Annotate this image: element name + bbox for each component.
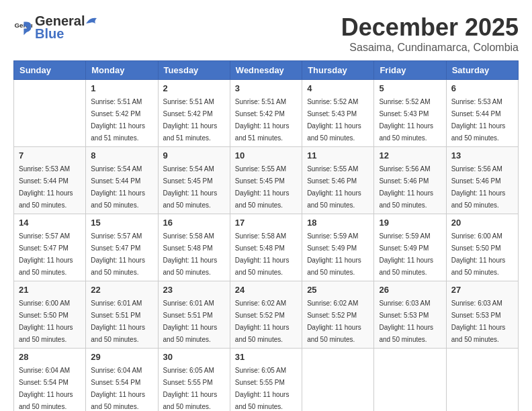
day-sunrise: Sunrise: 5:52 AM <box>379 98 430 105</box>
day-sunrise: Sunrise: 5:58 AM <box>163 232 214 240</box>
calendar-cell: 16 Sunrise: 5:58 AM Sunset: 5:48 PM Dayl… <box>158 214 230 281</box>
calendar-cell: 20 Sunrise: 6:00 AM Sunset: 5:50 PM Dayl… <box>446 214 518 281</box>
calendar-cell: 9 Sunrise: 5:54 AM Sunset: 5:45 PM Dayli… <box>158 147 230 214</box>
day-daylight: Daylight: 11 hours and 50 minutes. <box>379 122 433 142</box>
day-sunset: Sunset: 5:53 PM <box>379 312 429 319</box>
day-number: 18 <box>307 218 369 228</box>
calendar-cell: 1 Sunrise: 5:51 AM Sunset: 5:42 PM Dayli… <box>86 80 158 147</box>
day-daylight: Daylight: 11 hours and 50 minutes. <box>19 257 73 276</box>
day-number: 8 <box>91 150 152 161</box>
calendar-cell <box>374 349 446 412</box>
week-row-3: 14 Sunrise: 5:57 AM Sunset: 5:47 PM Dayl… <box>14 214 519 281</box>
day-daylight: Daylight: 11 hours and 50 minutes. <box>451 324 506 343</box>
day-daylight: Daylight: 11 hours and 50 minutes. <box>235 391 290 410</box>
day-sunrise: Sunrise: 6:00 AM <box>19 300 70 307</box>
day-number: 23 <box>163 285 225 295</box>
title-area: December 2025 Sasaima, Cundinamarca, Col… <box>341 13 519 54</box>
weekday-header-sunday: Sunday <box>14 61 86 80</box>
day-sunset: Sunset: 5:45 PM <box>235 177 285 185</box>
day-sunrise: Sunrise: 5:59 AM <box>379 232 430 240</box>
weekday-header-thursday: Thursday <box>302 61 374 80</box>
day-sunrise: Sunrise: 5:57 AM <box>19 232 70 240</box>
calendar-cell: 8 Sunrise: 5:54 AM Sunset: 5:44 PM Dayli… <box>86 147 158 214</box>
day-daylight: Daylight: 11 hours and 50 minutes. <box>19 324 73 343</box>
day-daylight: Daylight: 11 hours and 50 minutes. <box>379 189 433 209</box>
logo: General General Blue <box>13 13 99 42</box>
calendar-cell: 22 Sunrise: 6:01 AM Sunset: 5:51 PM Dayl… <box>86 281 158 349</box>
calendar-cell: 18 Sunrise: 5:59 AM Sunset: 5:49 PM Dayl… <box>302 214 374 281</box>
day-daylight: Daylight: 11 hours and 50 minutes. <box>451 189 506 209</box>
day-sunset: Sunset: 5:52 PM <box>235 312 285 319</box>
weekday-header-monday: Monday <box>86 61 158 80</box>
day-sunset: Sunset: 5:50 PM <box>451 244 501 252</box>
day-number: 2 <box>163 83 225 93</box>
day-sunset: Sunset: 5:49 PM <box>379 244 429 252</box>
day-sunset: Sunset: 5:51 PM <box>91 312 140 319</box>
day-sunset: Sunset: 5:43 PM <box>307 110 357 118</box>
day-sunset: Sunset: 5:43 PM <box>379 110 429 118</box>
weekday-header-wednesday: Wednesday <box>230 61 302 80</box>
day-sunset: Sunset: 5:52 PM <box>307 312 357 319</box>
day-sunset: Sunset: 5:44 PM <box>91 177 140 185</box>
day-daylight: Daylight: 11 hours and 50 minutes. <box>163 324 218 343</box>
day-daylight: Daylight: 11 hours and 50 minutes. <box>307 324 361 343</box>
calendar-cell: 10 Sunrise: 5:55 AM Sunset: 5:45 PM Dayl… <box>230 147 302 214</box>
weekday-header-saturday: Saturday <box>446 61 518 80</box>
day-daylight: Daylight: 11 hours and 51 minutes. <box>163 122 218 142</box>
day-sunrise: Sunrise: 5:55 AM <box>235 165 286 173</box>
day-number: 19 <box>379 218 441 228</box>
day-daylight: Daylight: 11 hours and 51 minutes. <box>235 122 290 142</box>
day-number: 17 <box>235 218 297 228</box>
day-sunrise: Sunrise: 5:51 AM <box>163 98 214 105</box>
calendar-cell: 4 Sunrise: 5:52 AM Sunset: 5:43 PM Dayli… <box>302 80 374 147</box>
day-number: 27 <box>451 285 513 295</box>
week-row-1: 1 Sunrise: 5:51 AM Sunset: 5:42 PM Dayli… <box>14 80 519 147</box>
day-number: 6 <box>451 83 513 93</box>
day-sunrise: Sunrise: 5:53 AM <box>19 165 70 173</box>
day-sunrise: Sunrise: 6:00 AM <box>451 232 502 240</box>
logo-bird-icon <box>85 14 99 29</box>
calendar-cell <box>302 349 374 412</box>
calendar-cell: 25 Sunrise: 6:02 AM Sunset: 5:52 PM Dayl… <box>302 281 374 349</box>
day-number: 24 <box>235 285 297 295</box>
day-number: 4 <box>307 83 369 93</box>
weekday-header-row: SundayMondayTuesdayWednesdayThursdayFrid… <box>14 61 519 80</box>
calendar-cell: 30 Sunrise: 6:05 AM Sunset: 5:55 PM Dayl… <box>158 349 230 412</box>
day-sunrise: Sunrise: 5:55 AM <box>307 165 358 173</box>
day-number: 28 <box>19 352 81 362</box>
day-daylight: Daylight: 11 hours and 50 minutes. <box>307 122 361 142</box>
day-sunrise: Sunrise: 5:56 AM <box>379 165 430 173</box>
day-number: 15 <box>91 218 152 228</box>
calendar-cell: 15 Sunrise: 5:57 AM Sunset: 5:47 PM Dayl… <box>86 214 158 281</box>
header: General General Blue December 2025 Sasai… <box>13 13 519 54</box>
calendar-cell: 31 Sunrise: 6:05 AM Sunset: 5:55 PM Dayl… <box>230 349 302 412</box>
day-sunset: Sunset: 5:54 PM <box>91 379 140 386</box>
weekday-header-tuesday: Tuesday <box>158 61 230 80</box>
day-daylight: Daylight: 11 hours and 50 minutes. <box>163 257 218 276</box>
day-daylight: Daylight: 11 hours and 50 minutes. <box>91 324 145 343</box>
day-daylight: Daylight: 11 hours and 50 minutes. <box>451 257 506 276</box>
day-sunrise: Sunrise: 6:01 AM <box>163 300 214 307</box>
day-number: 9 <box>163 150 225 161</box>
day-daylight: Daylight: 11 hours and 50 minutes. <box>379 324 433 343</box>
day-sunrise: Sunrise: 5:56 AM <box>451 165 502 173</box>
day-number: 21 <box>19 285 81 295</box>
calendar-cell: 12 Sunrise: 5:56 AM Sunset: 5:46 PM Dayl… <box>374 147 446 214</box>
day-number: 13 <box>451 150 513 161</box>
day-sunset: Sunset: 5:44 PM <box>451 110 501 118</box>
calendar-cell <box>14 80 86 147</box>
calendar-cell: 28 Sunrise: 6:04 AM Sunset: 5:54 PM Dayl… <box>14 349 86 412</box>
day-sunrise: Sunrise: 6:02 AM <box>235 300 286 307</box>
day-sunset: Sunset: 5:47 PM <box>19 244 69 252</box>
day-number: 22 <box>91 285 152 295</box>
day-number: 7 <box>19 150 81 161</box>
calendar-cell: 6 Sunrise: 5:53 AM Sunset: 5:44 PM Dayli… <box>446 80 518 147</box>
day-sunset: Sunset: 5:45 PM <box>163 177 213 185</box>
day-sunset: Sunset: 5:54 PM <box>19 379 69 386</box>
day-number: 26 <box>379 285 441 295</box>
calendar-cell: 17 Sunrise: 5:58 AM Sunset: 5:48 PM Dayl… <box>230 214 302 281</box>
calendar-cell: 2 Sunrise: 5:51 AM Sunset: 5:42 PM Dayli… <box>158 80 230 147</box>
day-sunrise: Sunrise: 6:05 AM <box>235 367 286 374</box>
calendar-cell <box>446 349 518 412</box>
day-sunset: Sunset: 5:49 PM <box>307 244 357 252</box>
